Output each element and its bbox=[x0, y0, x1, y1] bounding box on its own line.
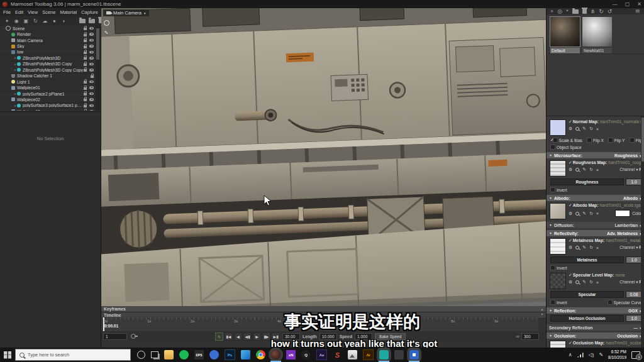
magnify-icon[interactable] bbox=[575, 212, 579, 216]
pen-icon[interactable]: ✎ bbox=[582, 126, 586, 131]
clear-icon[interactable]: × bbox=[596, 211, 599, 216]
gear-icon[interactable]: ⚙ bbox=[569, 126, 572, 131]
taskbar-app-photoshop[interactable]: Ps bbox=[225, 349, 235, 360]
taskbar-app-cortana[interactable] bbox=[137, 351, 145, 359]
start-button[interactable] bbox=[0, 348, 15, 362]
gear-icon[interactable]: ⚙ bbox=[569, 280, 572, 285]
tree-item-zbrushpolymesh3d-copy[interactable]: +ZBrushPolyMesh3D Copy bbox=[0, 62, 96, 67]
metalness-slider[interactable]: Metalness 1.0 bbox=[547, 255, 644, 264]
eye-icon[interactable] bbox=[89, 45, 94, 48]
material-tile-newmat01[interactable]: NewMat01 bbox=[582, 17, 612, 53]
lock-icon[interactable] bbox=[84, 63, 87, 66]
color-swatch[interactable] bbox=[615, 210, 630, 217]
tree-item-low[interactable]: low bbox=[0, 50, 96, 55]
menu-scene[interactable]: Scene bbox=[42, 9, 55, 15]
generate-icon[interactable]: * bbox=[566, 8, 569, 14]
clear-icon[interactable]: × bbox=[596, 246, 599, 250]
step-back-button[interactable]: ◀▮ bbox=[243, 332, 252, 341]
camera-tab[interactable]: Main Camera ▾ bbox=[103, 9, 149, 16]
eye-icon[interactable] bbox=[89, 86, 94, 89]
pen-icon[interactable]: ✎ bbox=[582, 245, 586, 250]
magnify-icon[interactable] bbox=[575, 246, 579, 250]
clear-icon[interactable]: × bbox=[596, 168, 599, 172]
taskbar-clock[interactable]: 6:52 PM 8/10/2019 bbox=[608, 349, 626, 361]
step-forward-button[interactable]: ▮▶ bbox=[262, 332, 270, 341]
taskbar-app-teams[interactable] bbox=[409, 350, 419, 359]
network-icon[interactable] bbox=[577, 353, 584, 358]
delete-icon[interactable] bbox=[582, 9, 587, 14]
taskbar-app-eps-app[interactable]: EPS bbox=[194, 350, 204, 359]
taskbar-app-xnormal[interactable]: xN bbox=[286, 350, 296, 359]
close-button[interactable]: ✕ bbox=[637, 1, 641, 7]
taskbar-app-chrome[interactable] bbox=[256, 350, 265, 359]
add-camera-icon[interactable]: ▣ bbox=[23, 18, 29, 25]
eye-icon[interactable] bbox=[89, 57, 94, 60]
taskbar-app-image-viewer[interactable] bbox=[348, 350, 357, 359]
specular-map-thumbnail[interactable] bbox=[550, 273, 566, 289]
add-sky-icon[interactable]: ● bbox=[51, 18, 57, 25]
tray-chevron-icon[interactable]: ∧ bbox=[569, 352, 572, 358]
clear-icon[interactable]: × bbox=[596, 280, 599, 285]
loop-frames-field[interactable]: 300 bbox=[521, 333, 539, 340]
roughness-invert-checkbox[interactable]: Invert bbox=[550, 187, 567, 192]
specular-invert-checkbox[interactable]: Invert bbox=[550, 300, 567, 305]
tree-item-wallpiece02[interactable]: Wallpiece02 bbox=[0, 97, 96, 102]
material-tile-default[interactable]: Default bbox=[550, 17, 580, 53]
view-options-icon[interactable]: ▤ bbox=[635, 9, 640, 14]
reload-icon[interactable]: ↻ bbox=[589, 280, 593, 285]
gear-icon[interactable]: ⚙ bbox=[569, 167, 572, 172]
properties-scrollbar[interactable] bbox=[641, 116, 644, 362]
lock-icon[interactable] bbox=[84, 40, 87, 42]
tree-item-render[interactable]: Render bbox=[0, 31, 96, 37]
rotate-a-icon[interactable]: ↻ bbox=[599, 8, 604, 14]
new-material-icon[interactable]: + bbox=[550, 8, 553, 14]
brush-icon[interactable]: ✎ bbox=[103, 30, 109, 36]
taskbar-app-discord[interactable] bbox=[209, 350, 219, 359]
tree-item-main-camera[interactable]: Main Camera bbox=[0, 38, 96, 43]
rotate-b-icon[interactable]: ↺ bbox=[608, 8, 613, 14]
lock-icon[interactable] bbox=[84, 99, 87, 101]
taskbar-app-marmoset[interactable] bbox=[271, 350, 280, 359]
menu-capture[interactable]: Capture bbox=[81, 9, 98, 15]
tree-item-polysurface3-polysurface1-pplane1[interactable]: +polySurface3 polySurface1 pPlane1 bbox=[0, 103, 96, 109]
set-key-icon[interactable] bbox=[131, 334, 136, 339]
pen-icon[interactable]: ✎ bbox=[582, 167, 586, 172]
channel-select[interactable]: Channel ▾ R bbox=[619, 167, 642, 172]
reflectivity-header[interactable]: ▼Reflectivity: Adv. Metalness▼ bbox=[547, 230, 644, 236]
clear-icon[interactable]: × bbox=[596, 127, 599, 131]
hierarchy-icon[interactable]: ⋔ bbox=[591, 8, 596, 14]
restore-button[interactable]: ▢ bbox=[625, 1, 630, 7]
lock-icon[interactable] bbox=[84, 46, 87, 48]
viewport[interactable]: Main Camera ▾ ✎ bbox=[101, 8, 546, 306]
menu-edit[interactable]: Edit bbox=[15, 9, 23, 15]
albedo-header[interactable]: ▼Albedo: Albedo▼ bbox=[547, 195, 644, 201]
pen-icon[interactable]: ✎ bbox=[582, 211, 586, 216]
map-enabled-check[interactable] bbox=[569, 160, 573, 165]
reload-icon[interactable]: ↻ bbox=[589, 167, 593, 172]
add-light-icon[interactable]: ✦ bbox=[4, 18, 10, 25]
roughness-map-thumbnail[interactable] bbox=[550, 160, 566, 177]
lock-icon[interactable] bbox=[91, 75, 94, 78]
tree-item-wallpiece03[interactable]: Wallpiece03 bbox=[0, 109, 96, 111]
taskbar-app-quixel[interactable]: Q bbox=[301, 350, 311, 359]
tree-item-scene[interactable]: -Scene bbox=[0, 26, 96, 31]
scene-tree-scrollbar[interactable] bbox=[96, 26, 100, 111]
duplicate-material-icon[interactable]: ◎ bbox=[557, 8, 562, 14]
reload-icon[interactable]: ↻ bbox=[589, 211, 593, 216]
taskbar-app-spotify[interactable] bbox=[179, 350, 189, 359]
gear-icon[interactable]: ⚙ bbox=[569, 245, 572, 250]
eye-icon[interactable] bbox=[89, 69, 94, 72]
map-enabled-check[interactable] bbox=[569, 119, 573, 124]
add-turntable-icon[interactable]: ↻ bbox=[32, 18, 38, 25]
eye-icon[interactable] bbox=[89, 63, 94, 66]
folder-icon[interactable] bbox=[572, 9, 579, 14]
eye-icon[interactable] bbox=[89, 110, 94, 111]
reload-icon[interactable]: ↻ bbox=[589, 126, 593, 131]
microsurface-header[interactable]: ▼Microsurface: Roughness▼ bbox=[547, 152, 644, 158]
tree-item-shadow-catcher-1[interactable]: Shadow Catcher 1 bbox=[0, 74, 96, 79]
normal-map-thumbnail[interactable] bbox=[550, 119, 566, 136]
folder-icon[interactable] bbox=[79, 18, 86, 25]
channel-select[interactable]: Channel ▾ R bbox=[619, 280, 642, 285]
metalness-invert-checkbox[interactable]: Invert bbox=[550, 265, 567, 270]
eye-icon[interactable] bbox=[89, 51, 94, 54]
